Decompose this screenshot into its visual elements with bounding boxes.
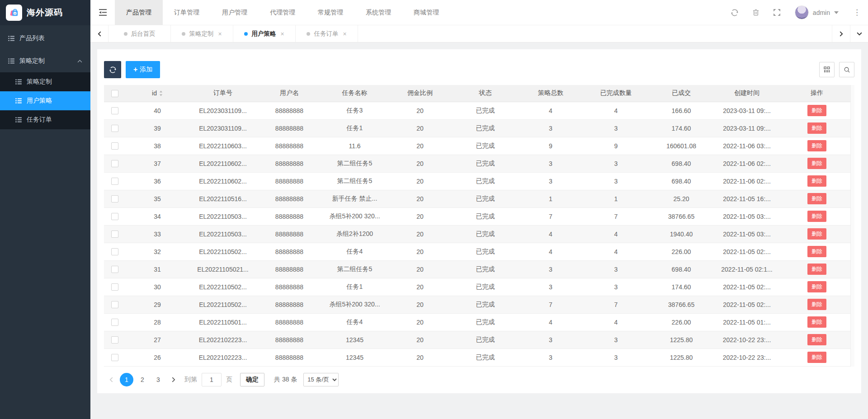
row-checkbox[interactable] xyxy=(111,319,118,326)
delete-button[interactable]: 删除 xyxy=(807,334,826,345)
user-menu[interactable]: admin xyxy=(795,5,839,19)
column-header-amount: 已成交 xyxy=(649,85,714,102)
nav-tab-mall-manage[interactable]: 商城管理 xyxy=(402,0,450,25)
cell-action: 删除 xyxy=(780,278,854,296)
nav-tab-order-manage[interactable]: 订单管理 xyxy=(163,0,211,25)
avatar[interactable] xyxy=(795,5,809,19)
cell-total: 3 xyxy=(518,348,583,366)
cell-checkbox xyxy=(104,207,126,225)
tab-strategy-custom[interactable]: 策略定制× xyxy=(171,25,233,42)
cell-username: 88888888 xyxy=(257,172,322,190)
column-header-commission: 佣金比例 xyxy=(387,85,453,102)
row-checkbox[interactable] xyxy=(111,231,118,238)
row-checkbox[interactable] xyxy=(111,178,118,185)
cell-status: 已完成 xyxy=(453,119,518,137)
delete-button[interactable]: 删除 xyxy=(807,228,826,240)
cell-amount: 226.00 xyxy=(649,243,714,260)
nav-tab-system-manage[interactable]: 系统管理 xyxy=(354,0,402,25)
fullscreen-icon[interactable] xyxy=(774,9,780,16)
row-checkbox[interactable] xyxy=(111,301,118,308)
delete-button[interactable]: 删除 xyxy=(807,193,826,204)
sidebar-item-product-list[interactable]: 产品列表 xyxy=(0,27,90,50)
close-icon[interactable]: × xyxy=(280,30,284,38)
cell-commission: 20 xyxy=(387,296,453,313)
tabs-menu-toggle[interactable] xyxy=(850,25,868,42)
column-header-label: 订单号 xyxy=(189,89,257,97)
goto-confirm-button[interactable]: 确定 xyxy=(240,373,264,386)
row-checkbox[interactable] xyxy=(111,213,118,220)
delete-button[interactable]: 删除 xyxy=(807,158,826,169)
kebab-icon[interactable]: ⋮ xyxy=(853,9,861,16)
row-checkbox[interactable] xyxy=(111,142,118,150)
delete-button[interactable]: 删除 xyxy=(807,299,826,310)
list-icon xyxy=(15,79,22,85)
delete-button[interactable]: 删除 xyxy=(807,246,826,257)
cell-total: 3 xyxy=(518,278,583,296)
close-icon[interactable]: × xyxy=(218,30,222,38)
goto-page-input[interactable] xyxy=(202,373,222,386)
cell-status: 已完成 xyxy=(453,155,518,172)
page-next-icon[interactable] xyxy=(167,377,180,382)
row-checkbox[interactable] xyxy=(111,125,118,132)
search-button[interactable] xyxy=(839,62,854,77)
refresh-icon[interactable] xyxy=(731,9,738,16)
cell-checkbox xyxy=(104,348,126,366)
collapse-sidebar-icon[interactable] xyxy=(90,0,115,25)
total-count: 共 38 条 xyxy=(274,376,297,384)
page-number-1[interactable]: 1 xyxy=(120,373,133,386)
row-checkbox[interactable] xyxy=(111,195,118,202)
delete-button[interactable]: 删除 xyxy=(807,264,826,275)
tab-home[interactable]: 后台首页 xyxy=(108,25,171,42)
cell-completed: 3 xyxy=(583,278,649,296)
cell-action: 删除 xyxy=(780,137,854,155)
refresh-table-button[interactable] xyxy=(104,61,121,78)
page-number-3[interactable]: 3 xyxy=(151,373,165,386)
tab-task-orders[interactable]: 任务订单× xyxy=(296,25,358,42)
add-button[interactable]: + 添加 xyxy=(126,61,160,78)
sidebar-item-strategy-custom-group[interactable]: 策略定制 xyxy=(0,50,90,72)
row-checkbox[interactable] xyxy=(111,248,118,255)
cell-amount: 226.00 xyxy=(649,313,714,331)
delete-button[interactable]: 删除 xyxy=(807,211,826,222)
row-checkbox[interactable] xyxy=(111,266,118,273)
select-all-checkbox[interactable] xyxy=(111,90,118,97)
delete-button[interactable]: 删除 xyxy=(807,122,826,134)
page-prev-icon[interactable] xyxy=(105,377,118,382)
tab-user-strategy[interactable]: 用户策略× xyxy=(233,25,296,42)
columns-filter-button[interactable] xyxy=(819,62,835,77)
close-icon[interactable]: × xyxy=(343,30,346,38)
row-checkbox[interactable] xyxy=(111,107,118,114)
delete-button[interactable]: 删除 xyxy=(807,352,826,363)
row-checkbox[interactable] xyxy=(111,354,118,361)
table-scrollbar-gutter[interactable] xyxy=(850,85,854,367)
cell-username: 88888888 xyxy=(257,243,322,260)
sidebar-item-user-strategy[interactable]: 用户策略 xyxy=(0,91,90,110)
nav-tab-general-manage[interactable]: 常规管理 xyxy=(307,0,354,25)
sort-icon[interactable] xyxy=(159,90,163,96)
delete-button[interactable]: 删除 xyxy=(807,281,826,292)
row-checkbox[interactable] xyxy=(111,336,118,344)
delete-button[interactable]: 删除 xyxy=(807,316,826,328)
tab-status-dot xyxy=(244,32,248,36)
cell-task: 任务1 xyxy=(322,278,387,296)
cell-action: 删除 xyxy=(780,243,854,260)
list-icon xyxy=(15,117,22,123)
delete-button[interactable]: 删除 xyxy=(807,140,826,151)
sidebar-item-strategy-custom[interactable]: 策略定制 xyxy=(0,72,90,91)
tabs-scroll-left[interactable] xyxy=(90,25,108,42)
cell-order_no: EL2022110503... xyxy=(189,207,257,225)
nav-tab-product-manage[interactable]: 产品管理 xyxy=(115,0,163,25)
cell-created: 2022-10-22 23:... xyxy=(714,331,780,348)
trash-icon[interactable] xyxy=(753,9,759,16)
nav-tab-user-manage[interactable]: 用户管理 xyxy=(211,0,259,25)
tabs-scroll-right[interactable] xyxy=(832,25,850,42)
row-checkbox[interactable] xyxy=(111,160,118,167)
sidebar-item-task-orders[interactable]: 任务订单 xyxy=(0,110,90,129)
page-number-2[interactable]: 2 xyxy=(136,373,149,386)
nav-tab-agent-manage[interactable]: 代理管理 xyxy=(259,0,307,25)
row-checkbox[interactable] xyxy=(111,283,118,291)
page-size-select[interactable]: 15 条/页 xyxy=(303,373,339,386)
cell-task: 12345 xyxy=(322,348,387,366)
delete-button[interactable]: 删除 xyxy=(807,105,826,116)
delete-button[interactable]: 删除 xyxy=(807,175,826,187)
